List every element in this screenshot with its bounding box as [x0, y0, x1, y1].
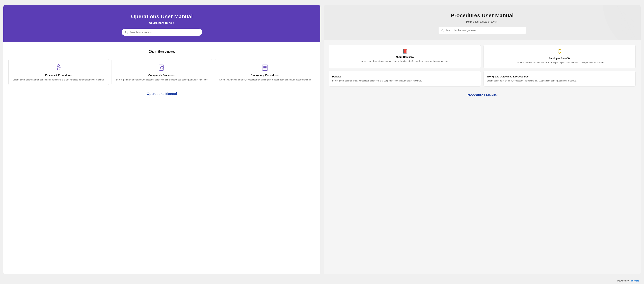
svg-line-1 — [127, 33, 128, 33]
svg-point-2 — [58, 67, 59, 68]
services-title: Our Services — [8, 49, 315, 54]
right-content: 📕 About Company Lorem ipsum dolor sit am… — [324, 40, 641, 274]
right-card-about[interactable]: 📕 About Company Lorem ipsum dolor sit am… — [329, 45, 481, 68]
powered-by-text: Powered by: — [617, 280, 629, 282]
operations-manual-link[interactable]: Operations Manual — [147, 92, 177, 96]
right-card-benefits[interactable]: Employee Benefits Lorem ipsum dolor sit … — [484, 45, 636, 68]
service-card-desc-emergency: Lorem ipsum dolor sit amet, consectetur … — [218, 78, 312, 81]
left-panel: Operations User Manual We are here to he… — [3, 5, 320, 274]
search-icon-right — [441, 29, 444, 32]
edit-icon — [115, 64, 208, 71]
service-card-policies[interactable]: Policies & Procedures Lorem ipsum dolor … — [8, 59, 109, 85]
left-footer-link[interactable]: Operations Manual — [8, 92, 315, 96]
right-card-desc-about: Lorem ipsum dolor sit amet, consectetur … — [332, 60, 477, 63]
right-card-desc-benefits: Lorem ipsum dolor sit amet, consectetur … — [487, 61, 632, 64]
svg-line-16 — [443, 31, 444, 31]
right-card-desc-policies: Lorem ipsum dolor sit amet, consectetur … — [332, 79, 477, 82]
right-hero-subtitle: Help is just a search away! — [330, 20, 634, 23]
right-card-guidelines[interactable]: Workplace Guidelines & Procedures Lorem … — [484, 71, 636, 87]
service-card-desc-policies: Lorem ipsum dolor sit amet, consectetur … — [12, 78, 105, 81]
left-hero: Operations User Manual We are here to he… — [3, 5, 320, 42]
right-card-title-policies: Policies — [332, 75, 477, 78]
right-card-policies[interactable]: Policies Lorem ipsum dolor sit amet, con… — [329, 71, 481, 87]
svg-line-13 — [620, 24, 633, 33]
bulb-icon — [487, 49, 632, 55]
right-card-title-benefits: Employee Benefits — [487, 57, 632, 60]
service-card-title-policies: Policies & Procedures — [12, 74, 105, 76]
procedures-manual-link[interactable]: Procedures Manual — [467, 93, 498, 97]
right-footer-link[interactable]: Procedures Manual — [329, 93, 636, 97]
book-icon: 📕 — [332, 49, 477, 54]
left-search-input[interactable] — [130, 31, 199, 34]
right-card-title-about: About Company — [332, 56, 477, 58]
right-hero-title: Procedures User Manual — [330, 12, 634, 18]
left-hero-subtitle: We are here to help! — [10, 21, 314, 25]
left-search-bar[interactable] — [122, 29, 202, 36]
list-icon — [218, 64, 312, 71]
services-grid: Policies & Procedures Lorem ipsum dolor … — [8, 59, 315, 85]
service-card-title-emergency: Emergency Procedures — [218, 74, 312, 76]
svg-line-14 — [621, 29, 632, 38]
right-search-input[interactable] — [446, 29, 523, 32]
service-card-emergency[interactable]: Emergency Procedures Lorem ipsum dolor s… — [215, 59, 315, 85]
right-search-bar[interactable] — [438, 27, 526, 34]
left-hero-title: Operations User Manual — [10, 14, 314, 20]
brand-name: ProProfs — [630, 280, 639, 282]
right-panel: Procedures User Manual Help is just a se… — [324, 5, 641, 274]
service-card-processes[interactable]: Company's Processes Lorem ipsum dolor si… — [112, 59, 212, 85]
service-card-title-processes: Company's Processes — [115, 74, 208, 76]
right-hero: Procedures User Manual Help is just a se… — [324, 5, 641, 40]
right-card-title-guidelines: Workplace Guidelines & Procedures — [487, 75, 632, 78]
bottom-bar: Powered by: ProProfs — [0, 278, 644, 284]
service-card-desc-processes: Lorem ipsum dolor sit amet, consectetur … — [115, 78, 208, 81]
left-content: Our Services Policies & Procedures Lorem… — [3, 42, 320, 274]
right-card-desc-guidelines: Lorem ipsum dolor sit amet, consectetur … — [487, 79, 632, 82]
right-cards-grid: 📕 About Company Lorem ipsum dolor sit am… — [329, 45, 636, 86]
rocket-icon — [12, 64, 105, 71]
search-icon — [125, 31, 128, 34]
